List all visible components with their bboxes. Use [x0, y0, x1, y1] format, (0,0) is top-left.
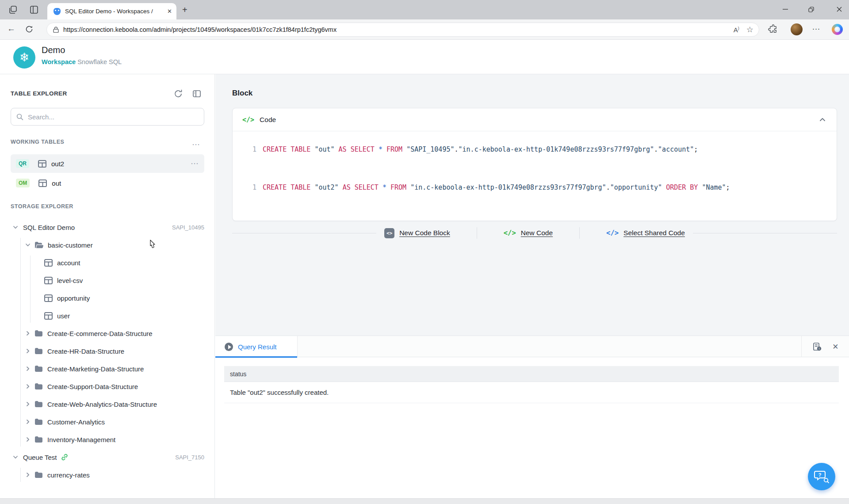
folder-icon [34, 471, 43, 478]
tree-item-create-hr-data-structure[interactable]: Create-HR-Data-Structure [0, 342, 215, 360]
table-icon [44, 312, 53, 320]
search-input[interactable] [28, 113, 199, 121]
tree-item-create-e-commerce-data-structure[interactable]: Create-E-commerce-Data-Structure [0, 325, 215, 342]
code-actions-row: <>New Code Block</>New Code</>Select Sha… [232, 224, 837, 242]
result-details-icon[interactable]: i [812, 342, 822, 351]
tree-item-label: level-csv [57, 277, 83, 284]
chevron-right-icon [25, 348, 31, 354]
working-tables-header: WORKING TABLES [11, 139, 64, 145]
tab-workspaces-icon[interactable] [8, 5, 18, 15]
folder-icon [34, 383, 43, 390]
extensions-icon[interactable] [768, 24, 778, 34]
url-input[interactable] [63, 26, 727, 33]
tree-item-label: currency-rates [47, 471, 90, 479]
refresh-tables-icon[interactable] [173, 89, 183, 99]
new-tab-button[interactable]: + [182, 4, 187, 15]
tree-item-create-marketing-data-structure[interactable]: Create-Marketing-Data-Structure [0, 360, 215, 378]
divider-line [693, 233, 837, 233]
refresh-icon[interactable] [25, 25, 34, 34]
help-chat-button[interactable]: ? [808, 463, 835, 490]
workspace-breadcrumb-link[interactable]: Workspace [42, 58, 76, 65]
browser-toolbar: ← A) ☆ … [0, 19, 849, 40]
chevron-right-icon [25, 383, 31, 389]
tree-item-customer-analytics[interactable]: Customer-Analytics [0, 413, 215, 431]
linked-bucket-icon [61, 453, 69, 461]
tree-item-level-csv[interactable]: level-csv [0, 271, 215, 289]
sql-code-line[interactable]: 1CREATE TABLE "out2" AS SELECT * FROM "i… [233, 183, 837, 194]
bucket-stage-badge: SAPI_7150 [175, 454, 204, 461]
tree-item-label: Create-Web-Analytics-Data-Structure [47, 401, 157, 408]
copilot-icon[interactable] [832, 24, 843, 35]
svg-text:?: ? [818, 472, 822, 477]
tree-item-inventory-management[interactable]: Inventory-Management [0, 431, 215, 448]
table-name: out [52, 179, 199, 187]
code-card-header[interactable]: </> Code [233, 108, 837, 131]
table-search[interactable] [11, 108, 204, 126]
browser-profile-avatar[interactable] [791, 23, 803, 35]
result-row-value: Table "out2" successfully created. [224, 382, 839, 403]
chat-question-icon: ? [814, 470, 829, 484]
lock-icon [53, 27, 59, 33]
storage-tree: SQL Editor DemoSAPI_10495basic-customera… [0, 218, 215, 484]
tree-item-label: Inventory-Management [47, 436, 115, 443]
tree-item-label: Create-Marketing-Data-Structure [47, 365, 144, 373]
sql-code-line[interactable]: 1CREATE TABLE "out" AS SELECT * FROM "SA… [233, 145, 837, 156]
tree-item-sql-editor-demo[interactable]: SQL Editor DemoSAPI_10495 [0, 218, 215, 236]
read-aloud-icon[interactable]: A) [734, 26, 739, 34]
tree-item-currency-rates[interactable]: currency-rates [0, 466, 215, 484]
folder-icon [34, 330, 43, 337]
vertical-divider [579, 227, 580, 239]
chevron-right-icon [25, 436, 31, 443]
row-menu-icon[interactable]: ⋯ [191, 159, 199, 168]
working-table-row[interactable]: QRout2⋯ [11, 154, 204, 173]
tab-close-icon[interactable]: ✕ [167, 8, 172, 15]
storage-explorer-header: STORAGE EXPLORER [11, 203, 73, 210]
tree-item-queue-test[interactable]: Queue TestSAPI_7150 [0, 448, 215, 466]
window-restore-button[interactable] [804, 4, 818, 15]
select-shared-code-link[interactable]: </>Select Shared Code [606, 229, 685, 237]
sql-editor[interactable]: 1CREATE TABLE "out" AS SELECT * FROM "SA… [233, 131, 837, 194]
mouse-cursor [147, 240, 157, 251]
query-result-tab[interactable]: Query Result [215, 336, 298, 357]
browser-tab-strip: SQL Editor Demo - Workspaces / ✕ + [0, 0, 849, 19]
chevron-right-icon [25, 330, 31, 336]
tree-item-label: basic-customer [48, 241, 93, 249]
tree-item-basic-customer[interactable]: basic-customer [0, 236, 215, 254]
new-code-block-link[interactable]: <>New Code Block [384, 228, 450, 238]
tree-item-label: user [57, 312, 70, 320]
action-label: New Code [521, 229, 553, 237]
workspace-subtitle: Workspace Snowflake SQL [42, 58, 122, 65]
favorites-star-icon[interactable]: ☆ [746, 25, 753, 34]
close-result-panel-icon[interactable]: ✕ [832, 342, 838, 351]
folder-open-icon [34, 241, 43, 248]
back-icon[interactable]: ← [7, 24, 15, 34]
result-table: status Table "out2" successfully created… [224, 366, 839, 403]
address-bar[interactable]: A) ☆ [46, 23, 759, 37]
snowflake-workspace-icon: ❄ [13, 46, 35, 69]
tree-item-user[interactable]: user [0, 307, 215, 325]
working-tables-menu-icon[interactable]: ⋯ [192, 140, 200, 149]
collapse-chevron-icon[interactable] [819, 116, 826, 123]
tree-item-account[interactable]: account [0, 254, 215, 271]
browser-tab[interactable]: SQL Editor Demo - Workspaces / ✕ [47, 3, 176, 19]
toggle-panel-icon[interactable] [192, 89, 202, 99]
working-table-row[interactable]: OMout [11, 174, 204, 192]
window-close-button[interactable] [833, 4, 846, 15]
tree-item-label: Create-HR-Data-Structure [47, 347, 124, 355]
tree-item-opportunity[interactable]: opportunity [0, 289, 215, 307]
table-name: out2 [51, 160, 191, 168]
new-code-link[interactable]: </>New Code [504, 229, 553, 237]
result-tab-bar: Query Result i ✕ [215, 336, 849, 357]
table-icon [44, 294, 53, 302]
sql-statement: CREATE TABLE "out2" AS SELECT * FROM "in… [263, 183, 730, 191]
vertical-tabs-icon[interactable] [29, 5, 39, 15]
folder-icon [34, 436, 43, 443]
folder-icon [34, 365, 43, 372]
tree-item-label: Create-Support-Data-Structure [47, 383, 138, 390]
tree-item-create-support-data-structure[interactable]: Create-Support-Data-Structure [0, 378, 215, 395]
window-minimize-button[interactable] [779, 4, 792, 15]
code-block-icon: <> [384, 228, 394, 238]
browser-menu-icon[interactable]: … [812, 22, 821, 32]
sql-statement: CREATE TABLE "out" AS SELECT * FROM "SAP… [263, 145, 698, 153]
tree-item-create-web-analytics-data-structure[interactable]: Create-Web-Analytics-Data-Structure [0, 395, 215, 413]
